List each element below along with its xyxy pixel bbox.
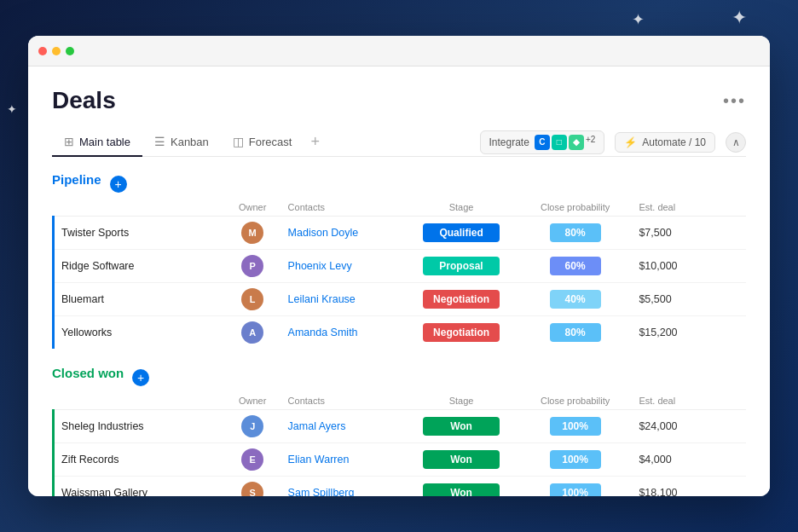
stage-badge: Won — [423, 450, 500, 469]
tab-bar: ⊞ Main table ☰ Kanban ◫ Forecast + Integ… — [52, 128, 746, 157]
star-decoration-1: ✦ — [632, 10, 645, 29]
cw-col-est-header: Est. deal — [632, 392, 717, 410]
pipeline-table-body: Twister Sports M Madison Doyle Qualified… — [54, 217, 747, 350]
page-title: Deals — [52, 87, 116, 114]
contact-link[interactable]: Elian Warren — [288, 454, 350, 466]
tab-main-table[interactable]: ⊞ Main table — [52, 128, 142, 157]
owner-cell: P — [224, 250, 281, 283]
row-actions-cell — [718, 283, 746, 316]
table-row: Ridge Software P Phoenix Levy Proposal 6… — [54, 250, 747, 283]
page-header: Deals ••• — [52, 87, 746, 114]
deal-name-cell: Bluemart — [54, 283, 224, 316]
minimize-button[interactable] — [52, 47, 61, 55]
more-options-button[interactable]: ••• — [723, 91, 746, 111]
est-deal-value: $18,100 — [639, 487, 677, 496]
stage-badge: Won — [423, 483, 500, 496]
owner-cell: S — [224, 477, 281, 497]
probability-badge: 80% — [550, 323, 601, 342]
cw-col-stage-header: Stage — [404, 392, 518, 410]
tab-forecast[interactable]: ◫ Forecast — [221, 128, 304, 157]
contact-link[interactable]: Phoenix Levy — [288, 260, 352, 272]
contact-cell: Jamal Ayers — [281, 410, 405, 443]
col-name-header — [54, 199, 224, 217]
closed-won-table: Owner Contacts Stage Close probability E… — [52, 392, 746, 496]
deal-name: Sheleg Industries — [61, 420, 144, 432]
deal-name: Bluemart — [61, 293, 104, 305]
probability-badge: 100% — [550, 483, 601, 496]
est-deal-cell: $24,000 — [632, 410, 717, 443]
integrate-button[interactable]: Integrate C □ ◆ +2 — [480, 130, 605, 154]
automate-icon: ⚡ — [624, 136, 637, 148]
owner-cell: J — [224, 410, 281, 443]
closed-won-section: Closed won + Owner Contacts Stage Close … — [52, 366, 746, 496]
pipeline-header-row: Pipeline + — [52, 172, 746, 195]
add-tab-button[interactable]: + — [304, 130, 327, 154]
contact-link[interactable]: Sam Spillberg — [288, 487, 355, 496]
grid-icon: ⊞ — [64, 135, 74, 148]
probability-badge: 100% — [550, 450, 601, 469]
stage-badge: Won — [423, 417, 500, 436]
avatar: E — [241, 448, 263, 471]
cw-col-owner-header: Owner — [224, 392, 281, 410]
deal-name: Twister Sports — [61, 227, 129, 239]
est-deal-value: $4,000 — [639, 454, 671, 466]
contact-link[interactable]: Jamal Ayers — [288, 420, 346, 432]
col-actions-header — [718, 199, 746, 217]
table-row: Twister Sports M Madison Doyle Qualified… — [54, 217, 747, 250]
deal-name: Waissman Gallery — [61, 487, 147, 496]
collapse-button[interactable]: ∧ — [726, 132, 746, 153]
pipeline-table-header: Owner Contacts Stage Close probability E… — [54, 199, 747, 217]
avatar: J — [241, 415, 263, 437]
est-deal-cell: $10,000 — [632, 250, 717, 283]
pipeline-add-button[interactable]: + — [110, 176, 127, 193]
contact-cell: Phoenix Levy — [281, 250, 405, 283]
stage-badge: Negotiation — [423, 290, 500, 309]
probability-cell: 40% — [518, 283, 633, 316]
deal-name-cell: Ridge Software — [54, 250, 224, 283]
window-controls — [38, 47, 74, 55]
probability-cell: 100% — [518, 443, 633, 477]
deal-name: Yelloworks — [61, 327, 112, 338]
integrate-plus: +2 — [586, 135, 595, 150]
kanban-icon: ☰ — [154, 135, 165, 148]
tab-actions: Integrate C □ ◆ +2 ⚡ Automate / 10 ∧ — [480, 130, 747, 154]
integrate-icons: C □ ◆ +2 — [535, 135, 595, 150]
integrate-icon-1: C — [535, 135, 550, 150]
row-actions-cell — [718, 477, 746, 497]
close-button[interactable] — [38, 47, 47, 55]
contact-link[interactable]: Amanda Smith — [288, 327, 358, 338]
deal-name-cell: Yelloworks — [54, 316, 224, 350]
contact-cell: Madison Doyle — [281, 217, 405, 250]
deal-name-cell: Zift Records — [54, 443, 224, 477]
integrate-icon-2: □ — [552, 135, 567, 150]
owner-cell: L — [224, 283, 281, 316]
pipeline-section: Pipeline + Owner Contacts Stage Close pr… — [52, 172, 746, 349]
tab-kanban[interactable]: ☰ Kanban — [142, 128, 221, 157]
automate-button[interactable]: ⚡ Automate / 10 — [615, 132, 715, 153]
est-deal-cell: $7,500 — [632, 217, 717, 250]
maximize-button[interactable] — [66, 47, 74, 55]
stage-cell: Won — [404, 477, 518, 497]
probability-cell: 80% — [518, 217, 633, 250]
avatar: S — [241, 482, 263, 496]
closed-won-add-button[interactable]: + — [132, 369, 149, 386]
avatar: P — [241, 255, 263, 277]
table-row: Waissman Gallery S Sam Spillberg Won 100… — [54, 477, 747, 497]
contact-link[interactable]: Madison Doyle — [288, 227, 359, 239]
table-row: Zift Records E Elian Warren Won 100% $4,… — [54, 443, 747, 477]
col-est-header: Est. deal — [632, 199, 717, 217]
stage-cell: Negotiation — [404, 316, 518, 350]
owner-cell: A — [224, 316, 281, 350]
contact-cell: Sam Spillberg — [281, 477, 405, 497]
stage-badge: Qualified — [423, 223, 500, 242]
contact-link[interactable]: Leilani Krause — [288, 293, 356, 305]
probability-cell: 100% — [518, 477, 633, 497]
row-actions-cell — [718, 250, 746, 283]
closed-won-table-header: Owner Contacts Stage Close probability E… — [54, 392, 747, 410]
deal-name-cell: Sheleg Industries — [54, 410, 224, 443]
est-deal-cell: $5,500 — [632, 283, 717, 316]
est-deal-value: $5,500 — [639, 293, 671, 305]
owner-cell: M — [224, 217, 281, 250]
deal-name: Ridge Software — [61, 260, 134, 272]
contact-cell: Leilani Krause — [281, 283, 405, 316]
